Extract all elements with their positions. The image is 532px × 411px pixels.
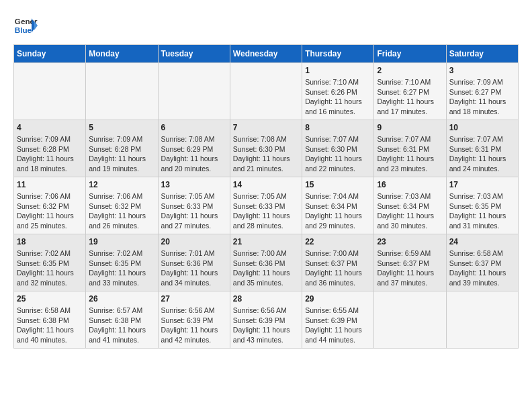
day-info: Sunrise: 7:06 AM Sunset: 6:32 PM Dayligh…	[17, 191, 83, 231]
calendar-cell: 13Sunrise: 7:05 AM Sunset: 6:33 PM Dayli…	[158, 177, 230, 234]
calendar-cell	[14, 63, 86, 120]
day-info: Sunrise: 7:04 AM Sunset: 6:34 PM Dayligh…	[305, 191, 371, 231]
calendar-cell: 27Sunrise: 6:56 AM Sunset: 6:39 PM Dayli…	[158, 291, 230, 349]
calendar-cell: 28Sunrise: 6:56 AM Sunset: 6:39 PM Dayli…	[230, 291, 302, 349]
column-header-sunday: Sunday	[14, 45, 86, 63]
day-number: 7	[233, 123, 299, 132]
calendar-week-3: 11Sunrise: 7:06 AM Sunset: 6:32 PM Dayli…	[14, 177, 519, 234]
day-info: Sunrise: 7:01 AM Sunset: 6:36 PM Dayligh…	[161, 248, 227, 288]
day-number: 12	[89, 180, 154, 189]
calendar-cell: 23Sunrise: 6:59 AM Sunset: 6:37 PM Dayli…	[374, 234, 446, 291]
column-header-wednesday: Wednesday	[230, 45, 302, 63]
day-info: Sunrise: 7:02 AM Sunset: 6:35 PM Dayligh…	[17, 248, 83, 288]
day-number: 25	[17, 294, 83, 304]
day-info: Sunrise: 7:05 AM Sunset: 6:33 PM Dayligh…	[161, 191, 227, 231]
calendar-cell: 21Sunrise: 7:00 AM Sunset: 6:36 PM Dayli…	[230, 234, 302, 291]
day-info: Sunrise: 7:09 AM Sunset: 6:28 PM Dayligh…	[17, 134, 83, 174]
calendar-table: SundayMondayTuesdayWednesdayThursdayFrid…	[13, 44, 519, 349]
day-info: Sunrise: 6:57 AM Sunset: 6:38 PM Dayligh…	[89, 306, 154, 345]
day-number: 24	[449, 237, 515, 246]
day-info: Sunrise: 7:07 AM Sunset: 6:31 PM Dayligh…	[449, 134, 515, 174]
day-number: 6	[161, 123, 227, 132]
day-number: 22	[305, 237, 371, 246]
day-number: 8	[305, 123, 371, 132]
calendar-cell: 7Sunrise: 7:08 AM Sunset: 6:30 PM Daylig…	[230, 120, 302, 177]
calendar-cell: 16Sunrise: 7:03 AM Sunset: 6:34 PM Dayli…	[374, 177, 446, 234]
day-info: Sunrise: 6:56 AM Sunset: 6:39 PM Dayligh…	[161, 306, 227, 345]
calendar-week-5: 25Sunrise: 6:58 AM Sunset: 6:38 PM Dayli…	[14, 291, 519, 349]
calendar-cell: 6Sunrise: 7:08 AM Sunset: 6:29 PM Daylig…	[158, 120, 230, 177]
day-info: Sunrise: 6:56 AM Sunset: 6:39 PM Dayligh…	[233, 306, 299, 345]
day-number: 27	[161, 294, 227, 304]
day-info: Sunrise: 7:06 AM Sunset: 6:32 PM Dayligh…	[89, 191, 154, 231]
calendar-cell: 1Sunrise: 7:10 AM Sunset: 6:26 PM Daylig…	[302, 63, 374, 120]
column-header-thursday: Thursday	[302, 45, 374, 63]
day-info: Sunrise: 6:59 AM Sunset: 6:37 PM Dayligh…	[377, 248, 443, 288]
day-info: Sunrise: 7:05 AM Sunset: 6:33 PM Dayligh…	[233, 191, 299, 231]
day-number: 16	[377, 180, 443, 189]
calendar-cell: 24Sunrise: 6:58 AM Sunset: 6:37 PM Dayli…	[446, 234, 518, 291]
calendar-cell: 10Sunrise: 7:07 AM Sunset: 6:31 PM Dayli…	[446, 120, 518, 177]
day-number: 11	[17, 180, 83, 189]
day-info: Sunrise: 7:03 AM Sunset: 6:35 PM Dayligh…	[449, 191, 515, 231]
day-info: Sunrise: 7:07 AM Sunset: 6:30 PM Dayligh…	[305, 134, 371, 174]
page-header: General Blue	[13, 13, 519, 38]
day-number: 21	[233, 237, 299, 246]
calendar-cell: 25Sunrise: 6:58 AM Sunset: 6:38 PM Dayli…	[14, 291, 86, 349]
calendar-cell	[230, 63, 302, 120]
day-number: 4	[17, 123, 83, 132]
column-header-tuesday: Tuesday	[158, 45, 230, 63]
day-number: 1	[305, 66, 371, 75]
logo: General Blue	[13, 13, 38, 38]
calendar-cell: 9Sunrise: 7:07 AM Sunset: 6:31 PM Daylig…	[374, 120, 446, 177]
calendar-cell: 18Sunrise: 7:02 AM Sunset: 6:35 PM Dayli…	[14, 234, 86, 291]
day-number: 13	[161, 180, 227, 189]
calendar-cell: 4Sunrise: 7:09 AM Sunset: 6:28 PM Daylig…	[14, 120, 86, 177]
day-number: 3	[449, 66, 515, 75]
calendar-cell: 12Sunrise: 7:06 AM Sunset: 6:32 PM Dayli…	[86, 177, 158, 234]
calendar-week-1: 1Sunrise: 7:10 AM Sunset: 6:26 PM Daylig…	[14, 63, 519, 120]
day-number: 2	[377, 66, 443, 75]
day-number: 23	[377, 237, 443, 246]
column-header-friday: Friday	[374, 45, 446, 63]
day-number: 29	[305, 294, 371, 304]
calendar-cell: 14Sunrise: 7:05 AM Sunset: 6:33 PM Dayli…	[230, 177, 302, 234]
day-info: Sunrise: 7:00 AM Sunset: 6:37 PM Dayligh…	[305, 248, 371, 288]
day-number: 15	[305, 180, 371, 189]
calendar-cell: 29Sunrise: 6:55 AM Sunset: 6:39 PM Dayli…	[302, 291, 374, 349]
day-number: 20	[161, 237, 227, 246]
day-info: Sunrise: 6:55 AM Sunset: 6:39 PM Dayligh…	[305, 306, 371, 345]
day-number: 14	[233, 180, 299, 189]
column-header-monday: Monday	[86, 45, 158, 63]
calendar-cell: 15Sunrise: 7:04 AM Sunset: 6:34 PM Dayli…	[302, 177, 374, 234]
calendar-cell: 17Sunrise: 7:03 AM Sunset: 6:35 PM Dayli…	[446, 177, 518, 234]
day-info: Sunrise: 7:09 AM Sunset: 6:27 PM Dayligh…	[449, 77, 515, 117]
day-info: Sunrise: 7:03 AM Sunset: 6:34 PM Dayligh…	[377, 191, 443, 231]
day-number: 10	[449, 123, 515, 132]
day-number: 9	[377, 123, 443, 132]
calendar-cell: 22Sunrise: 7:00 AM Sunset: 6:37 PM Dayli…	[302, 234, 374, 291]
calendar-cell: 2Sunrise: 7:10 AM Sunset: 6:27 PM Daylig…	[374, 63, 446, 120]
day-info: Sunrise: 7:00 AM Sunset: 6:36 PM Dayligh…	[233, 248, 299, 288]
svg-text:Blue: Blue	[15, 26, 32, 34]
day-info: Sunrise: 7:09 AM Sunset: 6:28 PM Dayligh…	[89, 134, 154, 174]
day-info: Sunrise: 7:08 AM Sunset: 6:30 PM Dayligh…	[233, 134, 299, 174]
day-info: Sunrise: 7:10 AM Sunset: 6:26 PM Dayligh…	[305, 77, 371, 117]
column-header-saturday: Saturday	[446, 45, 518, 63]
day-info: Sunrise: 7:08 AM Sunset: 6:29 PM Dayligh…	[161, 134, 227, 174]
day-number: 26	[89, 294, 154, 304]
day-info: Sunrise: 7:07 AM Sunset: 6:31 PM Dayligh…	[377, 134, 443, 174]
day-info: Sunrise: 7:02 AM Sunset: 6:35 PM Dayligh…	[89, 248, 154, 288]
day-number: 17	[449, 180, 515, 189]
calendar-cell: 8Sunrise: 7:07 AM Sunset: 6:30 PM Daylig…	[302, 120, 374, 177]
day-number: 5	[89, 123, 154, 132]
day-info: Sunrise: 6:58 AM Sunset: 6:37 PM Dayligh…	[449, 248, 515, 288]
day-number: 28	[233, 294, 299, 304]
day-info: Sunrise: 6:58 AM Sunset: 6:38 PM Dayligh…	[17, 306, 83, 345]
calendar-cell	[86, 63, 158, 120]
calendar-cell: 19Sunrise: 7:02 AM Sunset: 6:35 PM Dayli…	[86, 234, 158, 291]
calendar-cell: 3Sunrise: 7:09 AM Sunset: 6:27 PM Daylig…	[446, 63, 518, 120]
calendar-cell	[158, 63, 230, 120]
calendar-cell: 11Sunrise: 7:06 AM Sunset: 6:32 PM Dayli…	[14, 177, 86, 234]
calendar-cell	[446, 291, 518, 349]
